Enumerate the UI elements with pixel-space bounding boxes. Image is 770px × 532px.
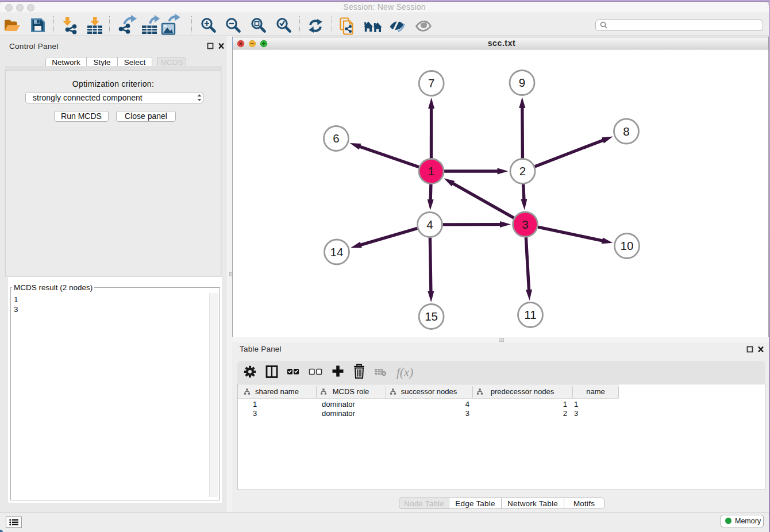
svg-text:3: 3 — [522, 218, 528, 231]
svg-text:2: 2 — [519, 164, 526, 178]
svg-text:4: 4 — [426, 218, 433, 231]
svg-text:f(x): f(x) — [396, 365, 413, 379]
svg-text:11: 11 — [524, 308, 536, 321]
svg-text:10: 10 — [621, 239, 634, 252]
svg-text:15: 15 — [425, 310, 438, 323]
svg-text:1: 1 — [428, 164, 434, 178]
svg-text:9: 9 — [519, 76, 525, 89]
svg-text:6: 6 — [333, 132, 339, 145]
svg-text:7: 7 — [428, 76, 434, 90]
svg-text:8: 8 — [623, 125, 629, 138]
svg-text:14: 14 — [330, 245, 344, 259]
